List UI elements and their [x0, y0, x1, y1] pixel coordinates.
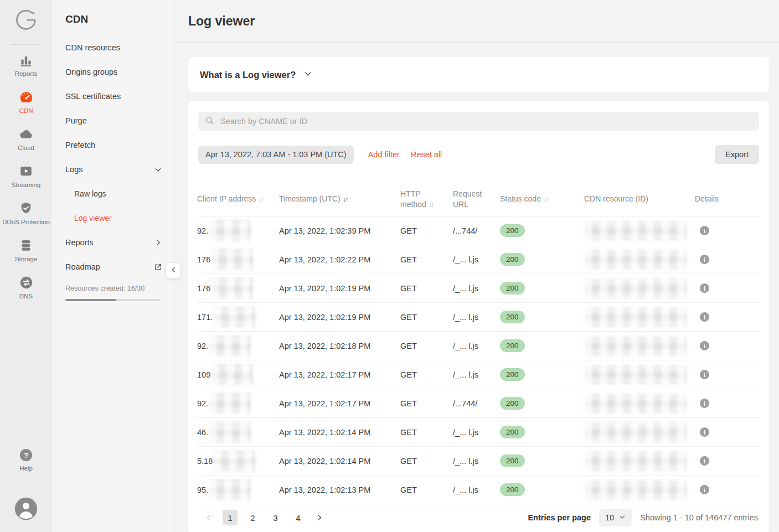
sidebar-item-prefetch[interactable]: Prefetch [52, 133, 173, 157]
info-expander-label: What is a Log viewer? [200, 70, 296, 80]
rail-item-dns[interactable]: DNS [0, 275, 52, 301]
sort-arrows-icon[interactable]: ↓↑ [543, 195, 548, 203]
pagination-bar: 1234 Entries per page 10 Showing 1 - 10 … [197, 504, 760, 531]
sidebar-item-label: CDN resources [65, 43, 120, 52]
info-icon[interactable]: i [700, 312, 709, 322]
rail-item-help[interactable]: ? Help [0, 447, 52, 473]
app-root: ReportsCDNCloudStreamingDDoS ProtectionS… [0, 0, 779, 532]
cdn-resource-cell [584, 221, 695, 241]
info-icon[interactable]: i [700, 399, 709, 408]
page-button-2[interactable]: 2 [245, 510, 260, 525]
chevron-down-icon [154, 166, 162, 174]
ip-prefix: 176 [197, 284, 210, 293]
table-body: 92.Apr 13, 2022, 1:02:39 PMGET/...744/20… [197, 216, 760, 504]
sidebar-item-roadmap[interactable]: Roadmap [52, 255, 173, 279]
add-filter-button[interactable]: Add filter [368, 150, 400, 159]
info-icon[interactable]: i [700, 283, 709, 293]
cdn-resource-cell [584, 336, 695, 356]
table-row: 176Apr 13, 2022, 1:02:22 PMGET/_... l.js… [197, 245, 760, 274]
sidebar-item-label: SSL certificates [65, 92, 121, 101]
rail-item-cloud[interactable]: Cloud [0, 127, 52, 152]
status-badge: 200 [500, 368, 525, 381]
status-code-cell: 200 [500, 426, 584, 438]
details-cell: i [695, 456, 760, 466]
avatar[interactable] [14, 497, 38, 523]
column-header-http-method[interactable]: HTTP method↓↑ [400, 189, 453, 210]
sidebar-collapse-button[interactable] [166, 263, 180, 278]
client-ip-cell: 176 [197, 249, 279, 270]
status-code-cell: 200 [500, 253, 584, 266]
rail-item-cdn[interactable]: CDN [0, 90, 52, 115]
client-ip-cell: 95. [197, 479, 279, 500]
sidebar-footer: Resources created: 16/30 [52, 279, 173, 301]
export-button[interactable]: Export [715, 145, 759, 164]
info-icon[interactable]: i [700, 370, 709, 379]
sidebar-item-purge[interactable]: Purge [52, 109, 173, 133]
timestamp-cell: Apr 13, 2022, 1:02:39 PM [279, 226, 400, 235]
rail-item-storage[interactable]: Storage [0, 238, 52, 264]
gcore-logo-icon[interactable] [14, 7, 38, 33]
search-input[interactable] [219, 116, 752, 126]
sort-arrows-icon[interactable]: ↓↑ [429, 200, 434, 209]
sidebar-item-cdn-resources[interactable]: CDN resources [52, 35, 173, 60]
resources-progress-fill [65, 299, 116, 301]
cdn-resource-cell [584, 307, 695, 327]
page-button-3[interactable]: 3 [268, 510, 283, 525]
request-url-cell: /_... l.js [453, 255, 500, 264]
sidebar-item-origins-groups[interactable]: Origins groups [52, 60, 173, 84]
ddos-protection-icon [19, 201, 33, 216]
rail-item-label: Help [17, 464, 35, 473]
column-header-cdn-resource-id-: CDN resource (ID) [584, 194, 695, 204]
rail-item-label: Cloud [16, 144, 37, 152]
info-icon[interactable]: i [700, 341, 709, 350]
status-code-cell: 200 [500, 224, 584, 237]
column-header-client-ip-address[interactable]: Client IP address↓↑ [197, 194, 279, 204]
details-cell: i [695, 312, 760, 322]
rail-item-ddos-protection[interactable]: DDoS Protection [0, 201, 52, 226]
redacted-cdn-resource-block [584, 451, 687, 471]
sidebar-item-logs[interactable]: Logs [52, 157, 173, 182]
sidebar-item-reports[interactable]: Reports [52, 230, 173, 255]
ip-prefix: 92. [197, 226, 208, 235]
info-icon[interactable]: i [700, 226, 709, 235]
redacted-ip-block [211, 364, 253, 385]
column-label: HTTP method [400, 189, 426, 209]
rail-bottom: ? Help [0, 436, 52, 523]
rail-item-label: Reports [13, 70, 39, 78]
sidebar-item-ssl-certificates[interactable]: SSL certificates [52, 84, 173, 109]
rail-items: ReportsCDNCloudStreamingDDoS ProtectionS… [0, 53, 52, 312]
reset-all-button[interactable]: Reset all [411, 150, 442, 159]
ip-prefix: 95. [197, 485, 208, 494]
per-page-select[interactable]: 10 [599, 509, 632, 526]
status-code-cell: 200 [500, 311, 584, 323]
status-badge: 200 [500, 253, 525, 266]
svg-text:?: ? [24, 451, 28, 459]
next-page-button[interactable] [313, 510, 326, 525]
status-badge: 200 [500, 454, 525, 467]
page-button-1[interactable]: 1 [223, 510, 238, 525]
info-icon[interactable]: i [700, 485, 709, 494]
column-header-status-code[interactable]: Status code↓↑ [500, 194, 584, 204]
what-is-log-viewer-expander[interactable]: What is a Log viewer? [188, 57, 769, 92]
table-row: 92.Apr 13, 2022, 1:02:18 PMGET/_... l.js… [197, 332, 760, 360]
cdn-icon [19, 90, 34, 105]
info-icon[interactable]: i [700, 456, 709, 466]
rail-item-streaming[interactable]: Streaming [0, 164, 52, 189]
date-range-filter[interactable]: Apr 13, 2022, 7:03 AM - 1:03 PM (UTC) [198, 146, 354, 164]
page-button-4[interactable]: 4 [291, 510, 306, 525]
cdn-resource-cell [584, 365, 695, 385]
prev-page-button[interactable] [203, 510, 215, 525]
column-header-timestamp-utc-[interactable]: Timestamp (UTC)↓↑ [279, 194, 400, 204]
http-method-cell: GET [400, 255, 453, 264]
rail-item-label: Streaming [9, 181, 43, 189]
sort-arrows-icon[interactable]: ↓↑ [258, 195, 263, 203]
sidebar-item-log-viewer[interactable]: Log viewer [52, 206, 173, 230]
sort-arrows-icon[interactable]: ↓↑ [343, 195, 348, 203]
status-code-cell: 200 [500, 368, 584, 381]
info-icon[interactable]: i [700, 255, 709, 264]
info-icon[interactable]: i [700, 427, 709, 437]
rail-item-reports[interactable]: Reports [0, 53, 52, 78]
sidebar-item-raw-logs[interactable]: Raw logs [52, 182, 173, 206]
client-ip-cell: 5.18 [197, 451, 279, 472]
details-cell: i [695, 255, 760, 264]
